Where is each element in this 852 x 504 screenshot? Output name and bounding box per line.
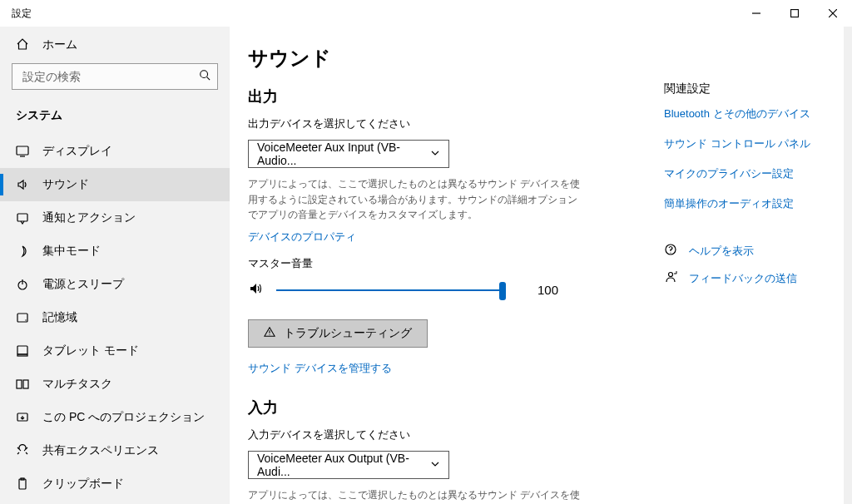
manage-sound-devices-link[interactable]: サウンド デバイスを管理する [248,361,631,376]
sidebar-item-project[interactable]: この PC へのプロジェクション [0,401,230,434]
device-properties-link[interactable]: デバイスのプロパティ [248,230,631,245]
clipboard-icon [16,477,29,491]
svg-rect-13 [17,346,27,354]
master-volume-label: マスター音量 [248,256,631,271]
sound-icon [16,178,29,191]
related-header: 関連設定 [664,82,830,96]
volume-row: 100 [248,279,631,301]
search-icon [199,69,211,84]
home-label: ホーム [42,37,77,52]
notify-icon [16,211,29,225]
troubleshoot-button[interactable]: トラブルシューティング [248,319,428,348]
sidebar-item-sound[interactable]: サウンド [0,168,230,201]
feedback-row[interactable]: フィードバックの送信 [664,270,830,286]
svg-point-23 [670,252,671,253]
sidebar-item-label: 記憶域 [42,310,77,325]
tablet-icon [16,344,29,358]
help-label: ヘルプを表示 [689,244,754,259]
search-box[interactable] [12,63,218,90]
page-title: サウンド [248,45,631,72]
sidebar-item-label: 共有エクスペリエンス [42,443,159,458]
sidebar-item-label: 集中モード [42,244,101,259]
svg-rect-8 [17,214,27,221]
svg-point-24 [669,273,673,277]
output-device-value: VoiceMeeter Aux Input (VB-Audio... [257,141,430,167]
svg-rect-1 [791,10,799,17]
sidebar-item-label: 電源とスリープ [42,277,124,292]
category-label: システム [0,98,230,135]
focus-icon [16,245,29,258]
input-device-dropdown[interactable]: VoiceMeeter Aux Output (VB-Audi... [248,451,449,479]
svg-line-5 [207,77,211,81]
related-panel: 関連設定 Bluetooth とその他のデバイス サウンド コントロール パネル… [664,45,830,504]
svg-point-21 [269,334,270,335]
home-icon [16,37,29,53]
feedback-label: フィードバックの送信 [689,271,797,286]
sidebar-item-clipboard[interactable]: クリップボード [0,467,230,501]
home-button[interactable]: ホーム [0,27,230,63]
output-description: アプリによっては、ここで選択したものとは異なるサウンド デバイスを使用するように… [248,176,581,223]
chevron-down-icon [430,458,440,472]
svg-point-12 [25,319,26,320]
sidebar-item-share[interactable]: 共有エクスペリエンス [0,434,230,467]
volume-slider[interactable] [276,279,503,301]
main: サウンド 出力 出力デバイスを選択してください VoiceMeeter Aux … [230,27,852,504]
troubleshoot-label: トラブルシューティング [284,326,412,341]
window-title: 設定 [0,7,32,21]
volume-value: 100 [537,283,558,297]
svg-rect-6 [17,146,28,155]
sidebar-item-tablet[interactable]: タブレット モード [0,334,230,368]
sidebar-item-label: サウンド [42,177,89,192]
help-row[interactable]: ヘルプを表示 [664,243,830,259]
multitask-icon [16,378,29,391]
share-icon [16,444,29,457]
input-device-value: VoiceMeeter Aux Output (VB-Audi... [257,452,430,478]
feedback-icon [664,270,677,286]
sidebar-item-notify[interactable]: 通知とアクション [0,201,230,235]
titlebar: 設定 [0,0,852,27]
sidebar-item-label: クリップボード [42,477,124,492]
sidebar-item-label: マルチタスク [42,377,112,392]
svg-rect-15 [17,380,22,388]
help-icon [664,243,677,259]
input-description: アプリによっては、ここで選択したものとは異なるサウンド デバイスを使用するように… [248,487,581,504]
project-icon [16,411,29,424]
sidebar-item-multitask[interactable]: マルチタスク [0,368,230,401]
storage-icon [16,311,29,324]
settings-window: 設定 ホーム システム ディスプレイサウンド通知とアクション集中モード電源とスリ… [0,0,852,504]
output-device-dropdown[interactable]: VoiceMeeter Aux Input (VB-Audio... [248,140,449,168]
sidebar-item-power[interactable]: 電源とスリープ [0,268,230,301]
vertical-scrollbar[interactable] [844,27,852,504]
chevron-down-icon [430,147,440,161]
display-icon [16,145,29,158]
svg-rect-16 [23,380,28,388]
output-device-label: 出力デバイスを選択してください [248,116,631,131]
nav-list: ディスプレイサウンド通知とアクション集中モード電源とスリープ記憶域タブレット モ… [0,135,230,501]
minimize-button[interactable] [737,0,775,27]
content: サウンド 出力 出力デバイスを選択してください VoiceMeeter Aux … [248,45,631,504]
sidebar-item-label: この PC へのプロジェクション [42,410,205,425]
sidebar: ホーム システム ディスプレイサウンド通知とアクション集中モード電源とスリープ記… [0,27,230,504]
output-header: 出力 [248,86,631,106]
svg-rect-14 [17,354,27,356]
search-input[interactable] [21,69,196,84]
sidebar-item-focus[interactable]: 集中モード [0,235,230,268]
related-link-ease-audio[interactable]: 簡単操作のオーディオ設定 [664,196,830,211]
sidebar-item-storage[interactable]: 記憶域 [0,301,230,334]
maximize-button[interactable] [775,0,814,27]
window-controls [737,0,852,27]
power-icon [16,278,29,291]
close-button[interactable] [814,0,852,27]
warning-icon [264,326,275,340]
sidebar-item-label: 通知とアクション [42,210,136,225]
sidebar-item-display[interactable]: ディスプレイ [0,135,230,168]
svg-point-4 [201,71,208,78]
related-link-sound-control-panel[interactable]: サウンド コントロール パネル [664,136,830,151]
input-device-label: 入力デバイスを選択してください [248,427,631,442]
related-link-mic-privacy[interactable]: マイクのプライバシー設定 [664,166,830,181]
speaker-icon[interactable] [248,280,265,300]
related-link-bluetooth[interactable]: Bluetooth とその他のデバイス [664,106,830,121]
sidebar-item-label: ディスプレイ [42,144,112,159]
svg-rect-18 [19,479,26,489]
input-header: 入力 [248,398,631,418]
